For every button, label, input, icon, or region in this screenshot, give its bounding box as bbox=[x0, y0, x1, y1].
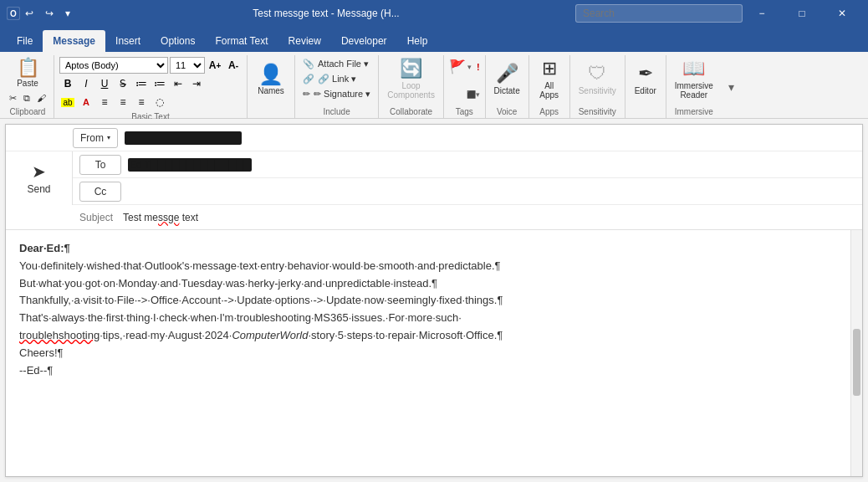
editor-button[interactable]: ✒ Editor bbox=[631, 57, 661, 100]
tab-insert[interactable]: Insert bbox=[105, 30, 151, 52]
computerworld-italic: ComputerWorld bbox=[232, 329, 308, 341]
paste-button[interactable]: 📋 Paste bbox=[11, 57, 44, 89]
tab-file[interactable]: File bbox=[7, 30, 43, 52]
font-color-button[interactable]: A bbox=[78, 94, 94, 110]
immersive-reader-label: ImmersiveReader bbox=[675, 81, 713, 100]
undo-btn[interactable]: ↩ bbox=[25, 8, 33, 19]
loop-components-button[interactable]: 🔄 LoopComponents bbox=[384, 57, 438, 100]
immersive-reader-button[interactable]: 📖 ImmersiveReader bbox=[671, 57, 717, 100]
tags-wrap: 🚩 ▾ ! ⬛▾ bbox=[449, 57, 480, 100]
ribbon: 📋 Paste ✂ ⧉ 🖌 Clipboard Aptos (Body) bbox=[0, 52, 868, 119]
signature-label: ✏ Signature ▾ bbox=[314, 89, 370, 100]
dictate-button[interactable]: 🎤 Dictate bbox=[491, 57, 523, 100]
flag-button[interactable]: 🚩 bbox=[449, 59, 466, 74]
loop-icon: 🔄 bbox=[400, 58, 422, 79]
font-row1: Aptos (Body) 11 A+ A- bbox=[59, 57, 242, 74]
paste-label: Paste bbox=[17, 79, 38, 88]
cc-label-button[interactable]: Cc bbox=[79, 182, 121, 202]
misspelled-word: troublehshooting bbox=[19, 329, 100, 341]
svg-text:O: O bbox=[10, 9, 17, 18]
sensitivity-button[interactable]: 🛡 Sensitivity bbox=[575, 57, 620, 100]
numbered-list-button[interactable]: ≔ bbox=[151, 75, 168, 92]
bold-button[interactable]: B bbox=[59, 75, 76, 92]
link-label: 🔗 Link ▾ bbox=[318, 74, 356, 85]
immersive-group-label: Immersive bbox=[671, 105, 717, 118]
signature-button[interactable]: ✏ ✏ Signature ▾ bbox=[300, 87, 373, 100]
body-line-3: But·what·you·got·on·Monday·and·Tuesday·w… bbox=[19, 275, 849, 293]
tags-row: 🚩 ▾ ! bbox=[449, 59, 480, 74]
format-painter-button[interactable]: 🖌 bbox=[34, 90, 49, 105]
to-label-button[interactable]: To bbox=[79, 155, 121, 175]
cc-label-text: Cc bbox=[94, 186, 107, 197]
increase-font-size-button[interactable]: A+ bbox=[207, 57, 223, 74]
highlight-button[interactable]: ab bbox=[59, 94, 76, 110]
signature-icon: ✏ bbox=[303, 89, 310, 100]
tab-format-text[interactable]: Format Text bbox=[205, 30, 278, 52]
include-label: Include bbox=[300, 105, 373, 118]
from-field-row: From ▾ ████████████████ bbox=[6, 125, 862, 151]
subject-text-underlined: ssge bbox=[158, 212, 179, 223]
ribbon-tab-bar: File Message Insert Options Format Text … bbox=[0, 27, 868, 52]
tags-expand-button[interactable]: ⬛▾ bbox=[467, 90, 480, 99]
align-left-button[interactable]: ≡ bbox=[96, 94, 113, 110]
strikethrough-button[interactable]: S̶ bbox=[115, 75, 131, 92]
flag-expand-button[interactable]: ▾ bbox=[467, 63, 472, 71]
body-line-1: Dear·Ed:¶ bbox=[19, 240, 849, 258]
collaborate-label: Collaborate bbox=[384, 105, 438, 118]
tab-developer[interactable]: Developer bbox=[331, 30, 397, 52]
to-field-container: To Ed T██████████████ Cc bbox=[73, 151, 862, 205]
align-center-button[interactable]: ≡ bbox=[115, 94, 131, 110]
send-button-area: ➤ Send bbox=[6, 151, 73, 205]
body-line-5: That's·always·the·first·thing·I·check·wh… bbox=[19, 310, 849, 327]
ribbon-group-apps: ⊞ AllApps Apps bbox=[531, 55, 570, 118]
expand-ribbon-button[interactable]: ▾ bbox=[723, 80, 740, 94]
italic-button[interactable]: I bbox=[78, 75, 94, 92]
outdent-button[interactable]: ⇤ bbox=[170, 75, 186, 92]
attach-file-button[interactable]: 📎 Attach File ▾ bbox=[300, 57, 373, 70]
indent-button[interactable]: ⇥ bbox=[188, 75, 205, 92]
sensitivity-label: Sensitivity bbox=[579, 86, 616, 95]
clear-formatting-button[interactable]: ◌ bbox=[151, 94, 168, 110]
link-button[interactable]: 🔗 🔗 Link ▾ bbox=[300, 72, 373, 85]
ribbon-group-editor: ✒ Editor bbox=[627, 55, 666, 118]
names-label: Names bbox=[258, 86, 284, 95]
decrease-font-size-button[interactable]: A- bbox=[225, 57, 242, 74]
email-body[interactable]: Dear·Ed:¶ You·definitely·wished·that·Out… bbox=[6, 230, 862, 476]
clipboard-content: 📋 Paste ✂ ⧉ 🖌 bbox=[7, 55, 49, 105]
search-input[interactable] bbox=[575, 4, 743, 23]
cut-button[interactable]: ✂ bbox=[7, 90, 19, 105]
editor-icon: ✒ bbox=[638, 63, 653, 85]
tab-review[interactable]: Review bbox=[278, 30, 331, 52]
tags-exclamation: ! bbox=[477, 62, 480, 72]
all-apps-button[interactable]: ⊞ AllApps bbox=[534, 57, 564, 100]
close-button[interactable]: ✕ bbox=[823, 0, 861, 27]
tab-options[interactable]: Options bbox=[151, 30, 205, 52]
from-email-redacted: ████████████████ bbox=[125, 131, 242, 145]
attach-label: Attach File ▾ bbox=[318, 59, 369, 69]
send-button[interactable]: ➤ Send bbox=[20, 158, 57, 198]
title-bar-left: O ↩ ↪ ▾ bbox=[7, 7, 77, 20]
tab-message[interactable]: Message bbox=[43, 30, 105, 52]
names-button[interactable]: 👤 Names bbox=[253, 57, 289, 100]
tab-help[interactable]: Help bbox=[397, 30, 438, 52]
copy-button[interactable]: ⧉ bbox=[21, 90, 33, 105]
scroll-thumb[interactable] bbox=[853, 329, 860, 396]
font-family-select[interactable]: Aptos (Body) bbox=[59, 57, 168, 74]
apps-label: AllApps bbox=[539, 81, 559, 100]
from-label-button[interactable]: From ▾ bbox=[73, 128, 118, 148]
scrollbar[interactable] bbox=[850, 230, 862, 476]
editor-group-label bbox=[631, 115, 661, 118]
ribbon-group-sensitivity: 🛡 Sensitivity Sensitivity bbox=[572, 55, 625, 118]
names-group-label bbox=[253, 115, 289, 118]
bullet-list-button[interactable]: ≔ bbox=[133, 75, 150, 92]
align-right-button[interactable]: ≡ bbox=[133, 94, 150, 110]
redo-btn[interactable]: ↪ bbox=[45, 8, 54, 19]
email-wrapper: From ▾ ████████████████ ➤ Send bbox=[0, 119, 868, 482]
font-size-select[interactable]: 11 bbox=[170, 57, 205, 74]
customize-btn[interactable]: ▾ bbox=[65, 8, 70, 19]
minimize-button[interactable]: − bbox=[743, 0, 781, 27]
sensitivity-group-label: Sensitivity bbox=[575, 105, 620, 118]
underline-button[interactable]: U bbox=[96, 75, 113, 92]
maximize-button[interactable]: □ bbox=[783, 0, 821, 27]
from-chevron-icon: ▾ bbox=[107, 134, 110, 141]
